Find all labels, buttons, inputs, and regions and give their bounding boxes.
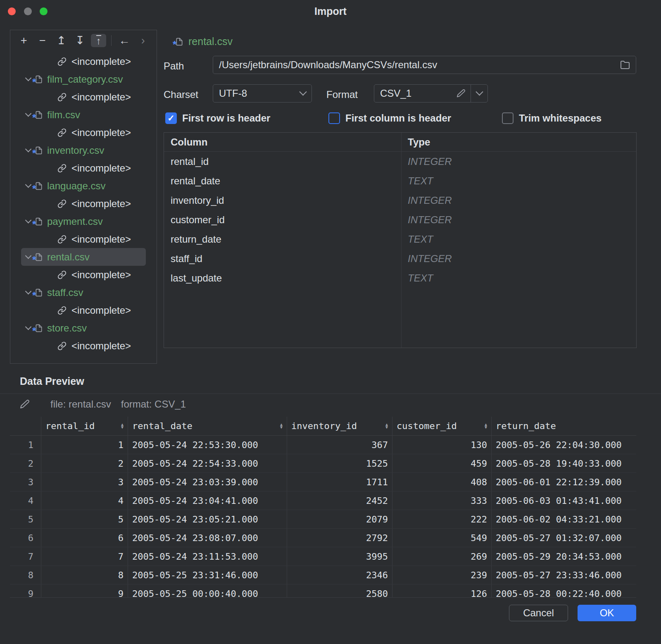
- cell[interactable]: 1: [41, 436, 128, 454]
- preview-row[interactable]: 8 8 2005-05-25 23:31:46.000 2346 239 200…: [10, 566, 636, 584]
- format-dropdown-button[interactable]: [471, 85, 487, 102]
- cell[interactable]: 2005-06-03 01:43:41.000: [492, 491, 636, 510]
- column-header[interactable]: Column: [164, 133, 401, 151]
- preview-row[interactable]: 1 1 2005-05-24 22:53:30.000 367 130 2005…: [10, 436, 636, 454]
- tree-item-incomplete[interactable]: <incomplete>: [21, 124, 146, 141]
- cell[interactable]: 408: [392, 473, 492, 491]
- cell[interactable]: 2580: [287, 584, 392, 598]
- column-type[interactable]: INTEGER: [401, 195, 636, 206]
- cell[interactable]: 4: [41, 491, 128, 510]
- tree-item-file-selected[interactable]: * rental.csv: [21, 248, 146, 266]
- table-row[interactable]: rental_dateTEXT: [164, 171, 636, 191]
- move-down-button[interactable]: ↧: [72, 34, 88, 47]
- cell[interactable]: 2005-05-24 23:03:39.000: [128, 473, 287, 491]
- preview-row[interactable]: 9 9 2005-05-25 00:00:40.000 2580 126 200…: [10, 584, 636, 598]
- cell[interactable]: 2005-05-25 00:00:40.000: [128, 584, 287, 598]
- tree-item-incomplete[interactable]: <incomplete>: [21, 195, 146, 212]
- sort-icon[interactable]: ▲▼: [382, 423, 388, 428]
- cell[interactable]: 549: [392, 529, 492, 547]
- column-type[interactable]: TEXT: [401, 175, 636, 187]
- remove-file-button[interactable]: −: [35, 34, 50, 47]
- cell[interactable]: 9: [41, 584, 128, 598]
- first-row-header-checkbox[interactable]: ✓: [165, 112, 177, 124]
- trim-whitespaces-checkbox[interactable]: ✓: [502, 112, 514, 124]
- charset-select[interactable]: UTF-8: [213, 84, 312, 103]
- cell[interactable]: 2346: [287, 566, 392, 584]
- tree-item-file[interactable]: * staff.csv: [21, 284, 146, 301]
- table-row[interactable]: last_updateTEXT: [164, 268, 636, 288]
- table-row[interactable]: staff_idINTEGER: [164, 249, 636, 268]
- tree-item-file[interactable]: * film.csv: [21, 106, 146, 124]
- cell[interactable]: 2005-05-25 23:31:46.000: [128, 566, 287, 584]
- cell[interactable]: 3: [41, 473, 128, 491]
- preview-row[interactable]: 3 3 2005-05-24 23:03:39.000 1711 408 200…: [10, 473, 636, 491]
- tree-item-file[interactable]: * film_category.csv: [21, 70, 146, 88]
- cell[interactable]: 239: [392, 566, 492, 584]
- first-row-header-checkbox-group[interactable]: ✓ First row is header: [165, 112, 270, 124]
- cell[interactable]: 8: [41, 566, 128, 584]
- cell[interactable]: 2: [41, 454, 128, 472]
- folder-icon[interactable]: [620, 60, 630, 70]
- forward-button[interactable]: ›: [136, 34, 151, 47]
- tree-item-file[interactable]: * payment.csv: [21, 212, 146, 230]
- cell[interactable]: 2005-05-24 23:11:53.000: [128, 547, 287, 565]
- trim-whitespaces-checkbox-group[interactable]: ✓ Trim whitespaces: [502, 112, 602, 124]
- column-type[interactable]: INTEGER: [401, 214, 636, 226]
- back-button[interactable]: ←: [117, 34, 132, 47]
- first-column-header-checkbox[interactable]: ✓: [328, 112, 340, 124]
- cell[interactable]: 2005-05-28 00:22:40.000: [492, 584, 636, 598]
- preview-row[interactable]: 6 6 2005-05-24 23:08:07.000 2792 549 200…: [10, 529, 636, 547]
- type-header[interactable]: Type: [401, 133, 636, 151]
- table-row[interactable]: inventory_idINTEGER: [164, 191, 636, 210]
- preview-row[interactable]: 5 5 2005-05-24 23:05:21.000 2079 222 200…: [10, 510, 636, 529]
- tree-item-incomplete[interactable]: <incomplete>: [21, 266, 146, 284]
- sort-icon[interactable]: ▲▼: [118, 423, 124, 428]
- cell[interactable]: 2005-05-24 23:05:21.000: [128, 510, 287, 528]
- cell[interactable]: 6: [41, 529, 128, 547]
- tree-item-file[interactable]: * inventory.csv: [21, 141, 146, 159]
- cell[interactable]: 2005-06-02 04:33:21.000: [492, 510, 636, 528]
- tree-item-incomplete[interactable]: <incomplete>: [21, 301, 146, 319]
- cell[interactable]: 2005-06-01 22:12:39.000: [492, 473, 636, 491]
- preview-header[interactable]: rental_date▲▼: [128, 417, 287, 435]
- tree-item-incomplete[interactable]: <incomplete>: [21, 230, 146, 248]
- promote-button[interactable]: ↑: [91, 34, 106, 47]
- tree-item-file[interactable]: * store.csv: [21, 319, 146, 337]
- tree-item-incomplete[interactable]: <incomplete>: [21, 159, 146, 177]
- tree-item-incomplete[interactable]: <incomplete>: [21, 88, 146, 106]
- cell[interactable]: 2005-05-24 23:04:41.000: [128, 491, 287, 510]
- cell[interactable]: 126: [392, 584, 492, 598]
- cell[interactable]: 3995: [287, 547, 392, 565]
- preview-row[interactable]: 7 7 2005-05-24 23:11:53.000 3995 269 200…: [10, 547, 636, 566]
- preview-header[interactable]: inventory_id▲▼: [287, 417, 392, 435]
- cell[interactable]: 1525: [287, 454, 392, 472]
- preview-header[interactable]: customer_id▲▼: [392, 417, 492, 435]
- cell[interactable]: 222: [392, 510, 492, 528]
- cell[interactable]: 459: [392, 454, 492, 472]
- first-column-header-checkbox-group[interactable]: ✓ First column is header: [328, 112, 451, 124]
- cell[interactable]: 2005-05-27 23:33:46.000: [492, 566, 636, 584]
- table-row[interactable]: customer_idINTEGER: [164, 210, 636, 229]
- column-type[interactable]: TEXT: [401, 272, 636, 284]
- sort-icon[interactable]: ▲▼: [277, 423, 283, 428]
- column-type[interactable]: INTEGER: [401, 156, 636, 167]
- cell[interactable]: 2792: [287, 529, 392, 547]
- column-type[interactable]: TEXT: [401, 234, 636, 245]
- tree-item-incomplete[interactable]: <incomplete>: [21, 52, 146, 70]
- cell[interactable]: 2005-05-24 22:53:30.000: [128, 436, 287, 454]
- cell[interactable]: 2005-05-24 23:08:07.000: [128, 529, 287, 547]
- tree-item-file[interactable]: * language.csv: [21, 177, 146, 195]
- format-combo[interactable]: CSV_1: [374, 84, 488, 103]
- table-row[interactable]: rental_idINTEGER: [164, 152, 636, 171]
- sort-icon[interactable]: ▲▼: [481, 423, 487, 428]
- edit-format-pencil-icon[interactable]: [457, 89, 466, 98]
- cell[interactable]: 5: [41, 510, 128, 528]
- cell[interactable]: 367: [287, 436, 392, 454]
- cell[interactable]: 2079: [287, 510, 392, 528]
- preview-header[interactable]: return_date: [492, 417, 636, 435]
- add-file-button[interactable]: +: [16, 34, 31, 47]
- move-up-button[interactable]: ↥: [54, 34, 69, 47]
- tree-item-incomplete[interactable]: <incomplete>: [21, 337, 146, 355]
- cell[interactable]: 7: [41, 547, 128, 565]
- table-row[interactable]: return_dateTEXT: [164, 229, 636, 249]
